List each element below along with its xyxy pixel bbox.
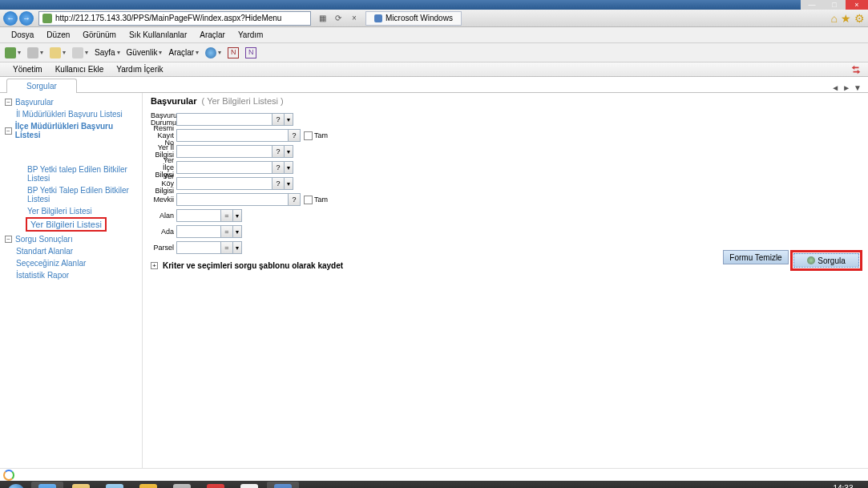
- dropdown-button[interactable]: ▼: [232, 241, 242, 254]
- lookup-button[interactable]: ?: [272, 145, 285, 158]
- lookup-button[interactable]: ?: [272, 113, 285, 126]
- task-app[interactable]: [166, 482, 198, 488]
- input-resmi-kayit[interactable]: [176, 129, 289, 142]
- app-menu-kullanici-ekle[interactable]: Kullanıcı Ekle: [49, 65, 111, 74]
- tree-item-istatistik-rapor[interactable]: İstatistik Rapor: [2, 269, 140, 281]
- url-text: http://212.175.143.30/PPS/MainPageFW/ind…: [55, 14, 281, 22]
- dropdown-button[interactable]: ▼: [284, 145, 293, 158]
- tree-root-sorgu-sonuclari[interactable]: − Sorgu Sonuçları: [2, 233, 140, 245]
- dropdown-button[interactable]: ▼: [232, 209, 242, 222]
- compat-view-button[interactable]: ▦: [316, 12, 329, 25]
- tree-toggle-icon[interactable]: −: [5, 127, 12, 135]
- eq-button[interactable]: =: [220, 209, 233, 222]
- ie-nav-bar: ← → http://212.175.143.30/PPS/MainPageFW…: [0, 10, 868, 27]
- task-explorer[interactable]: [65, 482, 97, 488]
- tree-item-bp-yetki-2[interactable]: BP Yetki Talep Edilen Bitkiler Listesi: [2, 184, 140, 205]
- tab-nav-down-icon[interactable]: ▼: [854, 83, 862, 92]
- input-mevkii: [176, 193, 289, 206]
- site-icon: [42, 14, 52, 23]
- tb-mail[interactable]: ▾: [50, 47, 66, 58]
- dropdown-button[interactable]: ▼: [284, 177, 293, 190]
- menu-sik-kullanilanlar[interactable]: Sık Kullanılanlar: [123, 30, 193, 39]
- window-chrome: — □ ×: [0, 0, 868, 10]
- menu-gorunum[interactable]: Görünüm: [76, 30, 123, 39]
- input-ada[interactable]: [176, 225, 221, 238]
- tb-print[interactable]: ▾: [72, 47, 88, 58]
- tree-item-sececeginiz-alanlar[interactable]: Seçeceğiniz Alanlar: [2, 257, 140, 269]
- task-folder[interactable]: [99, 482, 131, 488]
- browser-tab[interactable]: Microsoft Windows: [365, 11, 462, 26]
- task-ie[interactable]: [31, 482, 63, 488]
- menu-yardim[interactable]: Yardım: [232, 30, 270, 39]
- tree-item-standart-alanlar[interactable]: Standart Alanlar: [2, 245, 140, 257]
- tb-sayfa[interactable]: Sayfa▾: [95, 48, 120, 57]
- lookup-button[interactable]: ?: [272, 177, 285, 190]
- input-yer-il[interactable]: [176, 145, 273, 158]
- task-outlook[interactable]: [132, 482, 164, 488]
- tree-root-basvurular[interactable]: − Başvurular: [2, 96, 140, 108]
- tab-nav-left-icon[interactable]: ◄: [831, 83, 839, 92]
- task-blank[interactable]: [233, 482, 265, 488]
- tab-nav-right-icon[interactable]: ►: [842, 83, 850, 92]
- taskbar-clock[interactable]: 14:33 25.01.2012: [823, 484, 863, 488]
- forward-button[interactable]: →: [19, 11, 34, 26]
- tb-home[interactable]: ▾: [5, 47, 21, 58]
- tree-item-ilce-mudurlukleri[interactable]: − İlçe Müdürlükleri Başvuru Listesi: [2, 120, 140, 141]
- tree-toggle-icon[interactable]: −: [5, 99, 12, 106]
- menu-araclar[interactable]: Araçlar: [193, 30, 232, 39]
- windows-logo-icon: [7, 484, 25, 488]
- tree-toggle-icon[interactable]: −: [5, 236, 12, 243]
- input-parsel[interactable]: [176, 241, 221, 254]
- task-adobe[interactable]: [200, 482, 232, 488]
- input-basvuru-durumu[interactable]: [176, 113, 273, 126]
- query-icon: [807, 256, 815, 264]
- lookup-button[interactable]: ?: [288, 129, 301, 142]
- input-alan[interactable]: [176, 209, 221, 222]
- start-button[interactable]: [2, 482, 30, 488]
- home-icon[interactable]: ⌂: [831, 12, 838, 25]
- tree-item-bp-yetki-1[interactable]: BP Yetki talep Edilen Bitkiler Listesi: [2, 163, 140, 184]
- input-yer-koy[interactable]: [176, 177, 273, 190]
- tools-gear-icon[interactable]: ⚙: [854, 12, 865, 25]
- input-yer-ilce[interactable]: [176, 161, 273, 174]
- tb-guvenlik[interactable]: Güvenlik▾: [127, 48, 163, 57]
- dropdown-button[interactable]: ▼: [284, 113, 293, 126]
- eq-button[interactable]: =: [220, 241, 233, 254]
- stop-button[interactable]: ×: [348, 12, 361, 25]
- checkbox-tam[interactable]: Tam: [304, 196, 328, 204]
- tb-araclar[interactable]: Araçlar▾: [168, 48, 199, 57]
- menu-duzen[interactable]: Düzen: [40, 30, 76, 39]
- dropdown-button[interactable]: ▼: [232, 225, 242, 238]
- window-minimize-button[interactable]: —: [801, 0, 823, 10]
- formu-temizle-button[interactable]: Formu Temizle: [723, 250, 789, 264]
- app-swap-icon[interactable]: [850, 65, 862, 75]
- tree-item-yer-bilgileri-highlighted[interactable]: Yer Bilgileri Listesi: [26, 217, 107, 232]
- window-close-button[interactable]: ×: [846, 0, 868, 10]
- back-button[interactable]: ←: [3, 11, 18, 26]
- address-bar[interactable]: http://212.175.143.30/PPS/MainPageFW/ind…: [38, 11, 311, 26]
- app-menu-yardim[interactable]: Yardım İçerik: [110, 65, 169, 74]
- menu-dosya[interactable]: Dosya: [5, 30, 40, 39]
- label-ada: Ada: [151, 228, 176, 236]
- tree-item-il-mudurlukleri[interactable]: İl Müdürlükleri Başvuru Listesi: [2, 108, 140, 120]
- tb-help[interactable]: ▾: [205, 47, 221, 58]
- checkbox-tam[interactable]: Tam: [304, 131, 328, 140]
- tb-feeds[interactable]: ▾: [27, 47, 43, 58]
- sorgula-button[interactable]: Sorgula: [793, 253, 859, 268]
- lookup-button[interactable]: ?: [272, 161, 285, 174]
- dropdown-button[interactable]: ▼: [284, 161, 293, 174]
- lookup-button[interactable]: ?: [288, 193, 301, 206]
- task-word[interactable]: W: [267, 482, 299, 488]
- app-menu-yonetim[interactable]: Yönetim: [6, 65, 49, 74]
- form-panel: Başvurular ( Yer Bilgileri Listesi ) Baş…: [143, 93, 868, 468]
- tb-ext1[interactable]: N: [228, 47, 239, 58]
- window-maximize-button[interactable]: □: [823, 0, 846, 10]
- tree-item-yer-bilgileri-1[interactable]: Yer Bilgileri Listesi: [2, 205, 140, 217]
- eq-button[interactable]: =: [220, 225, 233, 238]
- tb-ext2[interactable]: N: [245, 47, 256, 58]
- refresh-button[interactable]: ⟳: [332, 12, 345, 25]
- sidebar-tree: − Başvurular İl Müdürlükleri Başvuru Lis…: [0, 93, 143, 468]
- section-toggle-icon[interactable]: +: [151, 262, 158, 269]
- favorites-star-icon[interactable]: ★: [841, 12, 851, 25]
- page-tab-sorgular[interactable]: Sorgular: [6, 79, 77, 93]
